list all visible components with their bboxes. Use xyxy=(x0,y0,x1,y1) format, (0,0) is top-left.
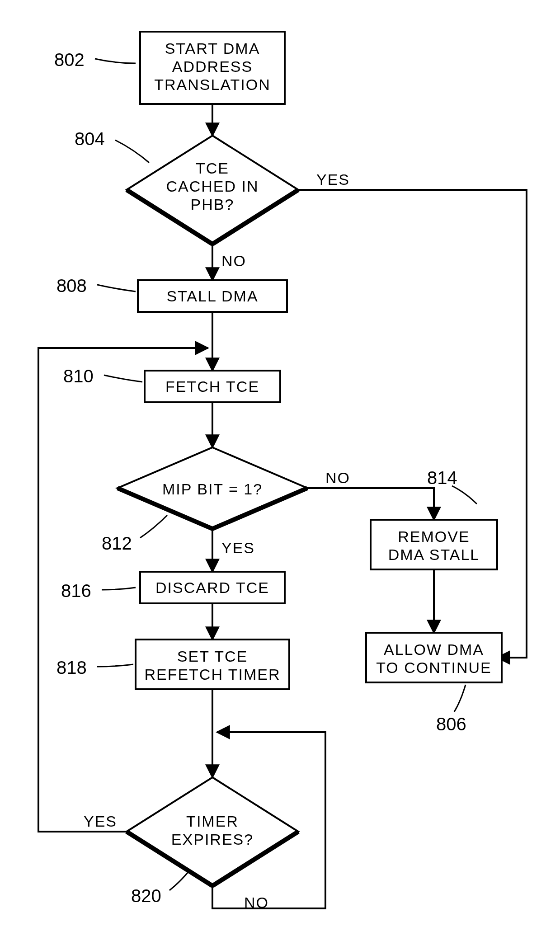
leader-line xyxy=(454,685,466,712)
leader-line xyxy=(169,870,190,890)
node-text: DISCARD TCE xyxy=(155,579,269,596)
process-allow-dma-to-continue: ALLOW DMA TO CONTINUE xyxy=(366,633,502,682)
decision-mip-bit-equals-1: MIP BIT = 1? xyxy=(118,447,307,529)
node-text: TRANSLATION xyxy=(154,76,271,93)
node-text: EXPIRES? xyxy=(171,831,254,848)
node-text: REFETCH TIMER xyxy=(144,666,280,683)
node-text: SET TCE xyxy=(177,648,248,665)
ref-label-820: 820 xyxy=(131,886,161,906)
edge-804-806 xyxy=(298,190,527,658)
edge-label-yes: YES xyxy=(84,813,117,830)
ref-label-804: 804 xyxy=(75,129,105,149)
edge-label-no: NO xyxy=(325,469,350,486)
leader-line xyxy=(95,59,136,63)
process-start-dma-address-translation: START DMA ADDRESS TRANSLATION xyxy=(140,32,285,104)
leader-line xyxy=(452,486,477,504)
edge-label-yes: YES xyxy=(316,171,350,188)
decision-timer-expires: TIMER EXPIRES? xyxy=(127,777,298,886)
leader-line xyxy=(97,285,136,292)
process-fetch-tce: FETCH TCE xyxy=(145,371,280,402)
ref-label-814: 814 xyxy=(427,468,457,488)
node-text: FETCH TCE xyxy=(165,378,259,395)
node-text: CACHED IN xyxy=(166,178,259,195)
process-remove-dma-stall: REMOVE DMA STALL xyxy=(371,520,497,569)
node-text: TIMER xyxy=(186,813,239,830)
node-text: PHB? xyxy=(191,196,235,213)
process-set-tce-refetch-timer: SET TCE REFETCH TIMER xyxy=(136,640,289,689)
ref-label-816: 816 xyxy=(61,581,91,601)
leader-line xyxy=(140,515,167,538)
ref-label-808: 808 xyxy=(56,276,87,296)
ref-label-812: 812 xyxy=(102,533,132,553)
process-discard-tce: DISCARD TCE xyxy=(140,572,285,603)
ref-label-806: 806 xyxy=(436,714,466,734)
edge-label-no: NO xyxy=(244,894,269,911)
leader-line xyxy=(104,375,142,382)
node-text: ALLOW DMA xyxy=(384,641,484,658)
leader-line xyxy=(115,140,149,163)
node-text: ADDRESS xyxy=(172,58,253,75)
leader-line xyxy=(97,664,133,667)
node-text: STALL DMA xyxy=(166,287,258,305)
node-text: DMA STALL xyxy=(388,546,480,563)
flowchart-canvas: START DMA ADDRESS TRANSLATION 802 TCE CA… xyxy=(0,0,560,950)
process-stall-dma: STALL DMA xyxy=(138,280,287,312)
node-text: START DMA xyxy=(165,40,260,57)
node-text: REMOVE xyxy=(398,528,470,545)
edge-label-no: NO xyxy=(221,252,246,269)
leader-line xyxy=(102,588,136,590)
decision-tce-cached-in-phb: TCE CACHED IN PHB? xyxy=(127,136,298,244)
edge-label-yes: YES xyxy=(221,539,255,556)
ref-label-802: 802 xyxy=(54,50,85,70)
ref-label-818: 818 xyxy=(56,658,87,677)
node-text: TCE xyxy=(196,160,229,177)
node-text: TO CONTINUE xyxy=(376,659,492,676)
edge-812-814 xyxy=(307,488,434,520)
ref-label-810: 810 xyxy=(63,366,94,386)
node-text: MIP BIT = 1? xyxy=(162,480,263,498)
